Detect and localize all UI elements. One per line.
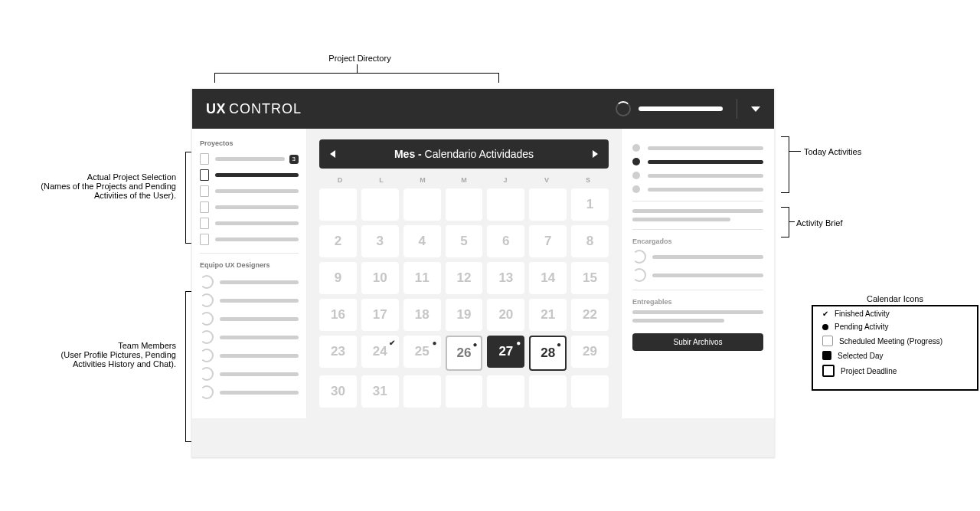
calendar-day-cell[interactable]: 22 [571,299,609,331]
calendar-day-cell[interactable]: 7 [529,225,567,257]
calendar-day-cell[interactable]: 14 [529,262,567,294]
calendar-day-cell[interactable]: 24✔ [361,336,399,368]
project-item[interactable]: 3 [200,153,299,165]
today-activity-item[interactable] [632,172,763,179]
calendar-day-cell[interactable]: 5 [446,225,483,257]
sidebar-team-heading: Equipo UX Designers [200,261,299,269]
calendar-day-cell [529,188,567,221]
bracket-brief [781,207,789,237]
project-item[interactable] [200,185,299,197]
today-activity-item[interactable] [632,144,763,152]
dow-label: M [402,176,443,184]
calendar-day-cell[interactable]: 29 [571,336,609,368]
bracket-today [781,136,789,193]
calendar-day-cell [529,375,567,408]
team-member-item[interactable] [200,312,299,326]
search-input[interactable] [639,106,723,111]
calendar-day-cell[interactable]: 27● [487,336,524,368]
calendar-day-cell [319,188,357,221]
calendar-day-cell [403,188,441,221]
calendar-day-cell[interactable]: 9 [319,262,357,294]
legend-item: Selected Day [838,352,883,360]
team-member-item[interactable] [200,349,299,362]
avatar-icon [632,268,646,282]
project-item-selected[interactable] [200,169,299,181]
legend-item: Pending Activity [835,323,889,331]
calendar-day-cell [446,375,483,408]
calendar-day-cell[interactable]: 25● [403,336,441,368]
calendar-day-cell[interactable]: 8 [571,225,609,257]
prev-month-button[interactable] [330,150,335,158]
calendar-day-cell[interactable]: 20 [487,299,524,331]
annotation-project-directory: Project Directory [283,54,436,63]
avatar-icon [200,385,214,399]
team-member-item[interactable] [200,330,299,344]
legend-item: Scheduled Meeting (Progress) [839,337,942,346]
calendar-day-cell [361,188,399,221]
upload-button[interactable]: Subir Archivos [632,333,763,351]
calendar-legend: Calendar Icons Finished Activity Pending… [812,305,978,391]
calendar-day-cell[interactable]: 26● [446,336,483,371]
calendar-day-cell[interactable]: 21 [529,299,567,331]
project-item[interactable] [200,218,299,229]
calendar-day-cell[interactable]: 28● [529,336,567,371]
today-activity-item[interactable] [632,158,763,165]
calendar-day-cell [487,188,524,221]
next-month-button[interactable] [593,150,598,158]
calendar-header: Mes - Calendario Actividades [319,139,609,169]
calendar-day-cell[interactable]: 30 [319,375,357,408]
calendar-day-cell [487,375,524,408]
calendar-day-cell[interactable]: 16 [319,299,357,331]
dow-label: D [319,176,361,184]
team-member-item[interactable] [200,293,299,307]
sidebar-separator [200,253,299,254]
document-icon [200,153,209,165]
calendar-day-marker-icon: ✔ [389,339,395,347]
calendar-day-cell[interactable]: 1 [571,188,609,221]
project-item[interactable] [200,234,299,245]
calendar-day-cell[interactable]: 13 [487,262,524,294]
calendar-day-cell[interactable]: 10 [361,262,399,294]
right-separator [632,229,763,230]
calendar-day-cell[interactable]: 4 [403,225,441,257]
today-activity-item[interactable] [632,185,763,193]
calendar-day-cell[interactable]: 3 [361,225,399,257]
calendar-day-cell[interactable]: 17 [361,299,399,331]
status-dot-icon [632,185,640,193]
calendar-day-cell[interactable]: 23 [319,336,357,368]
user-menu-caret-icon[interactable] [751,106,760,112]
assignee-item[interactable] [632,268,763,282]
bracket-brief-stem [789,221,795,222]
calendar-day-marker-icon: ● [516,339,521,347]
calendar-day-cell[interactable]: 12 [446,262,483,294]
calendar-grid: 123456789101112131415161718192021222324✔… [319,188,609,408]
topbar: UX CONTROL [192,89,774,129]
annotation-team-members: Team Members (User Profile Pictures, Pen… [31,341,176,369]
sidebar-projects-heading: Proyectos [200,139,299,147]
calendar-dow-row: D L M M J V S [319,176,609,184]
calendar-day-cell[interactable]: 31 [361,375,399,408]
calendar-day-cell[interactable]: 2 [319,225,357,257]
calendar-day-cell[interactable]: 15 [571,262,609,294]
encargados-heading: Encargados [632,237,763,245]
dow-label: J [485,176,526,184]
bracket-directory-stem [357,64,358,73]
status-dot-icon [632,158,640,165]
dow-label: V [526,176,567,184]
project-item[interactable] [200,201,299,213]
deliverables-list [632,310,763,323]
team-member-item[interactable] [200,385,299,399]
calendar-day-cell[interactable]: 6 [487,225,524,257]
assignee-item[interactable] [632,250,763,264]
sidebar: Proyectos 3 Equipo UX Designers [192,129,307,418]
calendar-day-marker-icon: ● [433,339,437,347]
document-icon [200,169,209,181]
calendar-day-cell[interactable]: 19 [446,299,483,331]
calendar-day-cell[interactable]: 18 [403,299,441,331]
bracket-today-stem [789,151,801,152]
annotation-today-activities: Today Activities [804,147,861,156]
avatar-icon [200,349,214,362]
team-member-item[interactable] [200,275,299,289]
calendar-day-cell[interactable]: 11 [403,262,441,294]
team-member-item[interactable] [200,367,299,381]
